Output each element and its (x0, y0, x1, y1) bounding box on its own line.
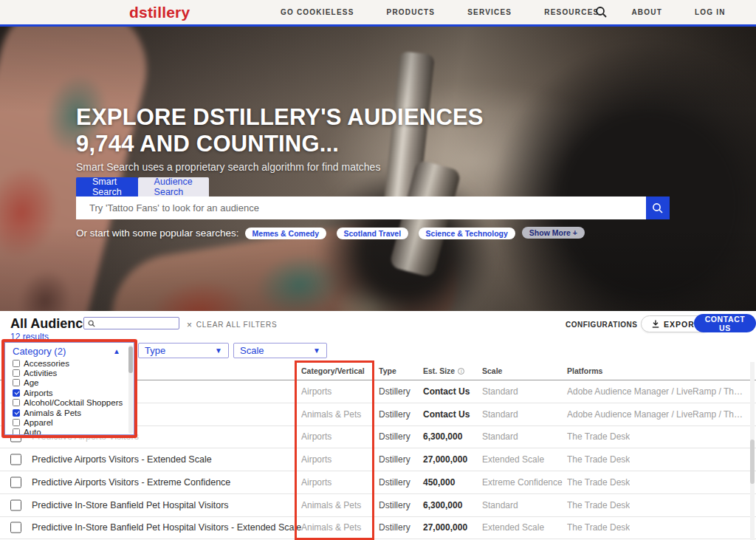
table-row[interactable]: Predictive In-Store Banfield Pet Hospita… (0, 494, 756, 517)
option-label: Animals & Pets (24, 409, 81, 417)
scrollbar-thumb[interactable] (750, 440, 755, 484)
audience-platforms: The Trade Desk (567, 522, 630, 533)
option-checkbox[interactable] (13, 419, 20, 426)
category-option[interactable]: Activities (13, 368, 134, 377)
hero-title: EXPLORE DSTILLERY'S AUDIENCES 9,744 AND … (76, 104, 593, 157)
row-checkbox[interactable] (10, 476, 21, 488)
category-option[interactable]: Auto (13, 428, 134, 435)
download-icon (652, 320, 659, 328)
row-checkbox[interactable] (10, 522, 21, 533)
audience-platforms: The Trade Desk (567, 431, 630, 442)
audience-category: Airports (301, 477, 331, 488)
chevron-up-icon: ▲ (113, 347, 120, 355)
audience-platforms: The Trade Desk (567, 477, 630, 488)
category-option[interactable]: Alcohol/Cocktail Shoppers (13, 398, 134, 408)
category-dropdown-toggle[interactable]: Category (2) ▲ (5, 343, 134, 358)
audience-filter-search[interactable] (83, 317, 179, 329)
hero-searchbar (76, 196, 670, 219)
search-tab[interactable]: Smart Search (76, 177, 138, 196)
hero-search-tabs: Smart Search Audience Search (76, 177, 209, 196)
option-checkbox[interactable] (13, 428, 20, 435)
option-checkbox[interactable] (13, 409, 20, 417)
option-checkbox[interactable] (13, 360, 20, 367)
contact-us-button[interactable]: CONTACT US (694, 314, 756, 332)
option-label: Activities (24, 369, 57, 377)
category-option[interactable]: Age (13, 378, 134, 388)
category-option[interactable]: Animals & Pets (13, 408, 134, 417)
nav-item[interactable]: LOG IN (678, 8, 742, 16)
search-tab-label: Audience Search (154, 177, 193, 197)
clear-all-filters-button[interactable]: ×CLEAR ALL FILTERS (187, 320, 278, 330)
column-header-est-size[interactable]: Est. Sizei (423, 366, 464, 375)
audience-est-size: 6,300,000 (423, 500, 462, 510)
audience-name: Predictive Airports Visitors - Extended … (32, 454, 212, 465)
audience-scale: Standard (482, 500, 518, 510)
row-checkbox[interactable] (10, 454, 21, 465)
audience-platforms: The Trade Desk (567, 500, 630, 510)
popular-search-pill[interactable]: Memes & Comedy (245, 228, 326, 239)
close-icon: × (187, 320, 193, 330)
top-nav: dstillery GO COOKIELESS PRODUCTS SERVICE… (0, 0, 756, 24)
show-more-pill[interactable]: Show More + (522, 227, 585, 239)
popular-searches: Or start with some popular searches: Mem… (76, 226, 585, 239)
option-label: Airports (24, 389, 53, 397)
audience-type: Dstillery (379, 500, 410, 510)
category-option[interactable]: Accessories (13, 358, 134, 368)
popular-search-pill[interactable]: Science & Technology (419, 228, 515, 239)
category-dropdown-scrollbar[interactable] (128, 345, 133, 434)
nav-item[interactable]: SERVICES (451, 8, 528, 16)
audience-type: Dstillery (379, 477, 410, 488)
column-header-platforms[interactable]: Platforms (567, 366, 602, 375)
category-option[interactable]: Apparel (13, 417, 134, 427)
audience-type: Dstillery (379, 386, 410, 397)
audience-type: Dstillery (379, 454, 410, 465)
nav-item[interactable]: PRODUCTS (371, 8, 452, 16)
audience-est-size: Contact Us (423, 386, 470, 397)
option-label: Age (24, 378, 38, 387)
audience-name: Predictive In-Store Banfield Pet Hospita… (32, 522, 301, 533)
audience-scale: Extreme Confidence (482, 477, 563, 488)
table-row[interactable]: Predictive Airports Visitors - Extended … (0, 448, 756, 471)
row-checkbox[interactable] (10, 499, 21, 510)
dstillery-logo[interactable]: dstillery (129, 4, 190, 21)
audience-category: Airports (301, 386, 331, 397)
audience-scale: Standard (482, 431, 518, 442)
audience-est-size: 27,000,000 (423, 454, 467, 465)
option-label: Alcohol/Cocktail Shoppers (24, 398, 123, 407)
popular-searches-label: Or start with some popular searches: (76, 228, 239, 239)
audience-est-size: 27,000,000 (423, 522, 467, 533)
hero-banner: EXPLORE DSTILLERY'S AUDIENCES 9,744 AND … (0, 24, 756, 311)
scale-filter-dropdown[interactable]: Scale ▼ (233, 343, 327, 358)
option-label: Apparel (24, 418, 53, 427)
hero-search-button[interactable] (646, 196, 670, 219)
hero-search-input[interactable] (76, 196, 646, 219)
audience-name: Predictive Airports Visitors - Extreme C… (32, 477, 230, 488)
column-header-category[interactable]: Category/Vertical (301, 366, 365, 375)
option-checkbox[interactable] (13, 399, 20, 406)
configurations-button[interactable]: CONFIGURATIONS ⚙ (566, 319, 650, 330)
audience-category: Animals & Pets (301, 522, 361, 533)
search-icon (88, 320, 95, 327)
audience-category: Airports (301, 454, 331, 465)
option-checkbox[interactable] (13, 379, 20, 386)
option-checkbox[interactable] (13, 389, 20, 397)
nav-item[interactable]: ABOUT (615, 8, 678, 16)
audience-scale: Extended Scale (482, 522, 544, 533)
column-header-scale[interactable]: Scale (482, 366, 502, 375)
search-tab[interactable]: Audience Search (138, 177, 209, 196)
chevron-down-icon: ▼ (313, 346, 320, 355)
hero-subtitle: Smart Search uses a proprietary search a… (76, 161, 380, 173)
type-filter-dropdown[interactable]: Type ▼ (138, 343, 229, 358)
category-option[interactable]: Airports (13, 388, 134, 397)
table-scrollbar[interactable] (750, 362, 755, 540)
nav-item[interactable]: GO COOKIELESS (264, 8, 371, 16)
audience-platforms: Adobe Audience Manager / LiveRamp / The … (567, 409, 743, 420)
audience-type: Dstillery (379, 409, 410, 420)
nav-search-icon[interactable] (595, 6, 608, 18)
scrollbar-thumb[interactable] (128, 346, 133, 373)
option-checkbox[interactable] (13, 369, 20, 377)
column-header-type[interactable]: Type (379, 366, 396, 375)
popular-search-pill[interactable]: Scotland Travel (337, 228, 409, 239)
table-row[interactable]: Predictive Airports Visitors - Extreme C… (0, 471, 756, 494)
table-row[interactable]: Predictive In-Store Banfield Pet Hospita… (0, 517, 756, 540)
